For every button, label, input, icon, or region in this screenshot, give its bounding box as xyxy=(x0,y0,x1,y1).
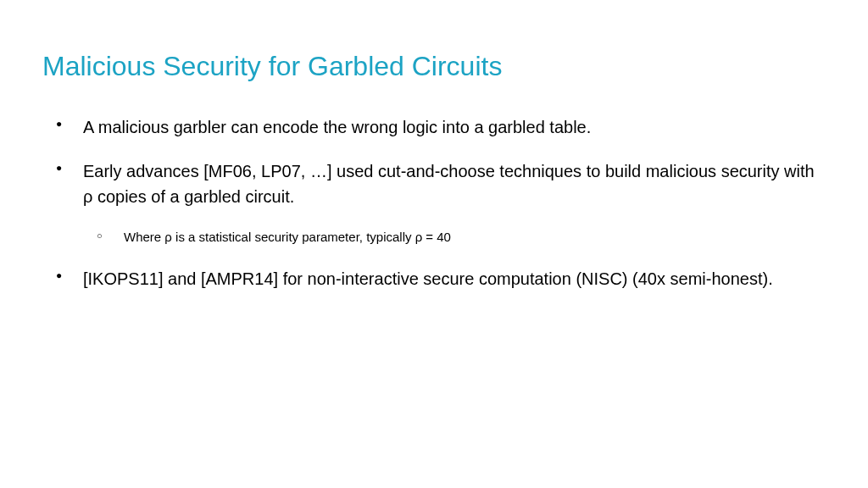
bullet-text: Early advances [MF06, LP07, …] used cut-… xyxy=(83,162,815,206)
sub-bullet-text: Where ρ is a statistical security parame… xyxy=(124,230,451,244)
sub-bullet-list: Where ρ is a statistical security parame… xyxy=(83,228,826,247)
sub-list-item: Where ρ is a statistical security parame… xyxy=(83,228,826,247)
bullet-text: [IKOPS11] and [AMPR14] for non-interacti… xyxy=(83,269,773,288)
slide-title: Malicious Security for Garbled Circuits xyxy=(42,51,826,82)
list-item: Early advances [MF06, LP07, …] used cut-… xyxy=(42,158,826,247)
bullet-text: A malicious garbler can encode the wrong… xyxy=(83,118,591,136)
bullet-list: A malicious garbler can encode the wrong… xyxy=(42,114,826,291)
list-item: A malicious garbler can encode the wrong… xyxy=(42,114,826,140)
list-item: [IKOPS11] and [AMPR14] for non-interacti… xyxy=(42,266,826,291)
